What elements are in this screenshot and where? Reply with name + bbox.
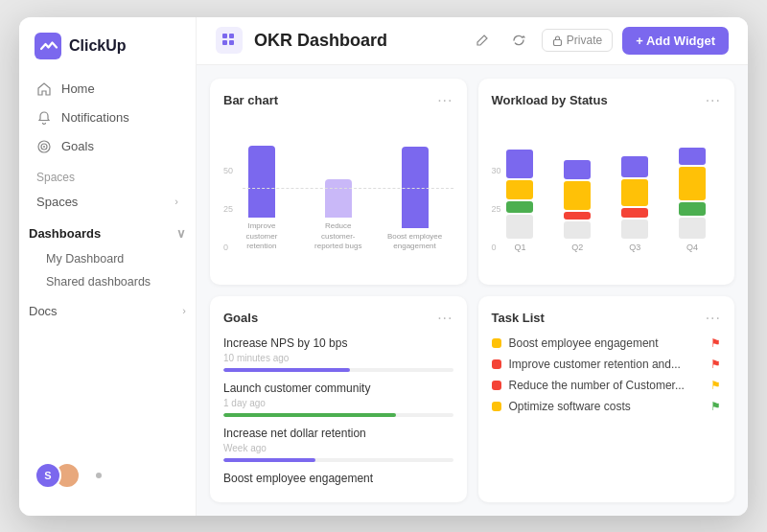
bar-group-1: Improve customer retention <box>233 146 291 251</box>
add-widget-button[interactable]: + Add Widget <box>622 27 729 55</box>
goal-item-2: Launch customer community 1 day ago <box>223 382 453 417</box>
sidebar-item-docs[interactable]: Docs › <box>19 297 196 325</box>
task-flag-1: ⚑ <box>710 336 721 350</box>
bar-chart-widget: Bar chart ··· 50 25 0 Improve customer <box>210 79 467 285</box>
bar-chart-area: 50 25 0 Improve customer retention Reduc… <box>223 119 453 271</box>
task-list-title: Task List <box>492 311 545 325</box>
lock-icon <box>552 35 563 46</box>
task-list-more[interactable]: ··· <box>706 310 721 327</box>
edit-icon <box>476 34 489 47</box>
sidebar-item-home[interactable]: Home <box>27 75 188 104</box>
header-actions: Private + Add Widget <box>469 27 729 55</box>
goals-more[interactable]: ··· <box>437 310 453 327</box>
sidebar-item-shared-dashboards[interactable]: Shared dashboards <box>19 270 196 293</box>
task-item-3: Reduce the number of Customer... ⚑ <box>492 379 722 392</box>
task-flag-2: ⚑ <box>710 358 721 371</box>
svg-rect-5 <box>222 34 227 38</box>
goal-bar-2 <box>223 413 396 417</box>
task-dot-4 <box>492 402 501 411</box>
home-icon <box>36 81 52 97</box>
stacked-group-q4: Q4 <box>668 148 716 252</box>
app-window: ClickUp Home Notifications <box>19 17 748 516</box>
goals-list: Increase NPS by 10 bps 10 minutes ago La… <box>223 336 453 489</box>
goals-widget-title: Goals <box>223 311 258 325</box>
bell-icon <box>36 110 52 126</box>
avatar-user: S <box>35 462 61 489</box>
dashed-line <box>243 188 453 189</box>
svg-rect-7 <box>222 40 227 45</box>
task-list-widget: Task List ··· Boost employee engagement … <box>478 296 735 502</box>
dashboard-grid-icon <box>216 27 243 54</box>
sidebar-item-notifications[interactable]: Notifications <box>27 104 188 132</box>
refresh-button[interactable] <box>505 27 532 54</box>
task-item-1: Boost employee engagement ⚑ <box>492 336 722 350</box>
nav-items: Home Notifications Goals <box>19 75 196 161</box>
stacked-group-q1: Q1 <box>496 150 544 252</box>
goals-widget: Goals ··· Increase NPS by 10 bps 10 minu… <box>210 296 467 502</box>
clickup-logo-icon <box>35 33 61 59</box>
page-title: OKR Dashboard <box>254 31 457 51</box>
dashboards-chevron: ∨ <box>176 226 186 241</box>
svg-rect-8 <box>229 40 234 45</box>
sidebar-item-my-dashboard[interactable]: My Dashboard <box>19 247 196 270</box>
stacked-group-q2: Q2 <box>553 160 601 252</box>
workload-title: Workload by Status <box>492 93 608 107</box>
spaces-section-label: Spaces <box>19 161 196 188</box>
private-badge[interactable]: Private <box>542 29 613 52</box>
task-flag-4: ⚑ <box>710 400 721 413</box>
bar-chart-title: Bar chart <box>223 93 278 107</box>
avatar-dot <box>96 473 102 478</box>
bar-chart-inner: 50 25 0 Improve customer retention Reduc… <box>223 166 453 271</box>
task-list: Boost employee engagement ⚑ Improve cust… <box>492 336 722 489</box>
task-dot-2 <box>492 359 501 369</box>
sidebar: ClickUp Home Notifications <box>19 17 197 516</box>
logo-text: ClickUp <box>69 37 127 55</box>
task-dot-3 <box>492 381 501 390</box>
workload-widget: Workload by Status ··· 30 25 0 <box>478 79 735 285</box>
goal-bar-1 <box>223 368 350 372</box>
bar-2 <box>325 179 352 218</box>
stacked-group-q3: Q3 <box>611 156 659 252</box>
goal-item-4: Boost employee engagement <box>223 472 453 489</box>
target-icon <box>36 139 52 154</box>
svg-rect-6 <box>229 34 234 38</box>
main-content: OKR Dashboard <box>197 17 748 516</box>
task-dot-1 <box>492 338 501 348</box>
bar-group-2: Reduce customer-reported bugs <box>310 179 367 251</box>
spaces-chevron: › <box>174 196 178 207</box>
docs-chevron: › <box>182 305 186 316</box>
bar-chart-more[interactable]: ··· <box>437 92 453 109</box>
workload-more[interactable]: ··· <box>706 92 721 109</box>
sidebar-item-dashboards[interactable]: Dashboards ∨ <box>19 220 196 247</box>
svg-point-3 <box>43 146 45 148</box>
svg-rect-4 <box>216 27 243 54</box>
logo-area: ClickUp <box>19 33 196 75</box>
task-item-4: Optimize software costs ⚑ <box>492 400 722 413</box>
task-flag-3: ⚑ <box>710 379 721 392</box>
sidebar-item-spaces[interactable]: Spaces › <box>27 188 188 216</box>
goal-item-1: Increase NPS by 10 bps 10 minutes ago <box>223 336 453 372</box>
dashboard-grid: Bar chart ··· 50 25 0 Improve customer <box>197 65 748 516</box>
sidebar-bottom: S <box>19 451 196 500</box>
task-item-2: Improve customer retention and... ⚑ <box>492 358 722 371</box>
bar-group-3: Boost employee engagement <box>386 147 444 252</box>
edit-button[interactable] <box>469 27 496 54</box>
bar-1 <box>248 146 275 218</box>
goal-bar-3 <box>223 458 315 462</box>
avatar-group: S <box>35 462 81 489</box>
sidebar-item-goals[interactable]: Goals <box>27 132 188 161</box>
stacked-chart-area: 30 25 0 Q1 <box>492 119 722 271</box>
refresh-icon <box>512 34 525 47</box>
svg-rect-9 <box>553 39 561 45</box>
header: OKR Dashboard <box>197 17 748 65</box>
goal-item-3: Increase net dollar retention Week ago <box>223 427 453 462</box>
